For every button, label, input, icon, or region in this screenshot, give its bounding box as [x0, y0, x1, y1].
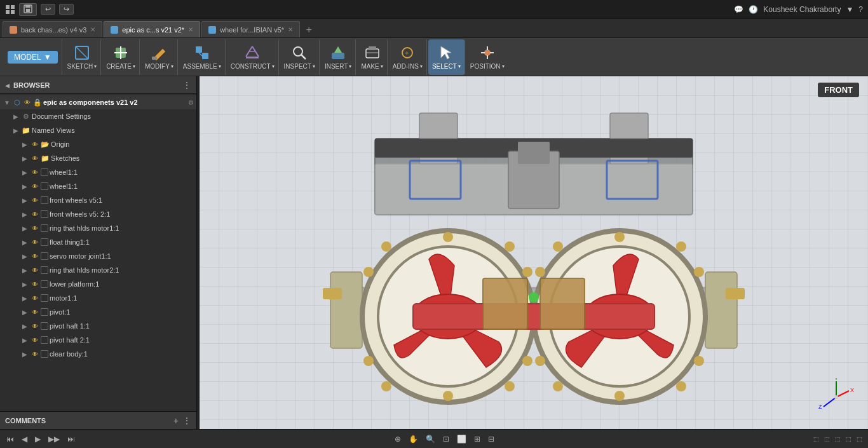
- tree-origin[interactable]: ▶ 👁 📂 Origin: [18, 137, 196, 151]
- tree-pivot[interactable]: ▶ 👁 pivot:1: [18, 305, 196, 319]
- view-button-4[interactable]: ⬚: [844, 435, 853, 443]
- toolbar-model[interactable]: MODEL ▼: [4, 39, 62, 75]
- tree-root[interactable]: ▼ ⬡ 👁 🔒 epic as componenets v21 v2 ⚙: [0, 95, 196, 109]
- tab-back-chassis[interactable]: back chas...es) v4 v3 ✕: [3, 21, 102, 37]
- eye-icon[interactable]: 👁: [31, 295, 39, 302]
- body-box-icon: [41, 350, 48, 358]
- undo-button[interactable]: ↩: [41, 4, 55, 15]
- toolbar-insert[interactable]: INSERT▾: [321, 39, 356, 75]
- collapse-browser-button[interactable]: ◂: [5, 80, 10, 90]
- chat-icon[interactable]: 💬: [734, 5, 743, 14]
- visibility-icon[interactable]: 👁: [23, 99, 32, 106]
- comments-menu-button[interactable]: ⋮: [182, 416, 191, 426]
- tab-close[interactable]: ✕: [90, 26, 95, 33]
- eye-icon[interactable]: 👁: [31, 239, 39, 246]
- tree-float-thing[interactable]: ▶ 👁 float thing1:1: [18, 235, 196, 249]
- tree-clear-body[interactable]: ▶ 👁 clear body:1: [18, 347, 196, 361]
- svg-point-71: [694, 356, 704, 366]
- add-tab-button[interactable]: +: [301, 22, 316, 37]
- help-icon[interactable]: ?: [858, 5, 863, 14]
- tab-close[interactable]: ✕: [288, 26, 293, 33]
- eye-icon[interactable]: 👁: [31, 309, 39, 316]
- eye-icon[interactable]: 👁: [31, 225, 39, 232]
- model-button[interactable]: MODEL ▼: [8, 51, 58, 64]
- redo-button[interactable]: ↪: [59, 4, 74, 15]
- eye-icon[interactable]: 👁: [31, 253, 39, 260]
- timeline-start-button[interactable]: ⏮: [4, 433, 17, 445]
- tab-epic[interactable]: epic as c...s v21 v2* ✕: [104, 21, 200, 37]
- toolbar-sketch[interactable]: SKETCH▾: [64, 39, 102, 75]
- toolbar-modify[interactable]: MODIFY▾: [141, 39, 178, 75]
- timeline-play-button[interactable]: ▶: [32, 433, 43, 445]
- construct-icon: [242, 44, 262, 62]
- eye-icon[interactable]: 👁: [31, 337, 39, 344]
- toolbar-position[interactable]: POSITION▾: [466, 39, 508, 75]
- timeline-next-button[interactable]: ▶▶: [46, 433, 62, 445]
- grid-button[interactable]: ⊞: [471, 433, 483, 445]
- tab-close[interactable]: ✕: [188, 26, 193, 33]
- assemble-icon: [192, 44, 212, 62]
- svg-point-28: [484, 50, 491, 56]
- eye-icon[interactable]: 👁: [31, 351, 39, 358]
- tree-front-wheels-1[interactable]: ▶ 👁 front wheels v5:1: [18, 193, 196, 207]
- tree-wheel1-1[interactable]: ▶ 👁 wheel1:1: [18, 165, 196, 179]
- tree-pivot-haft2[interactable]: ▶ 👁 pivot haft 2:1: [18, 333, 196, 347]
- tree-servo-motor[interactable]: ▶ 👁 servo motor joint1:1: [18, 249, 196, 263]
- eye-icon[interactable]: 👁: [31, 281, 39, 288]
- add-comment-button[interactable]: +: [173, 416, 179, 426]
- eye-icon[interactable]: 👁: [31, 183, 39, 190]
- timeline-end-button[interactable]: ⏭: [65, 433, 78, 445]
- addins-icon: +: [397, 44, 417, 62]
- eye-icon[interactable]: 👁: [31, 141, 39, 148]
- svg-rect-0: [6, 5, 10, 9]
- viewport[interactable]: FRONT: [200, 76, 868, 429]
- view-button-2[interactable]: ⬚: [822, 435, 832, 443]
- tree-motor1[interactable]: ▶ 👁 motor1:1: [18, 291, 196, 305]
- view-button-3[interactable]: ⬚: [833, 435, 843, 443]
- timeline-prev-button[interactable]: ◀: [19, 433, 30, 445]
- tree-arrow: ▶: [11, 113, 20, 120]
- tree-item-label: Sketches: [51, 154, 194, 162]
- toolbar-inspect[interactable]: INSPECT▾: [280, 39, 320, 75]
- toolbar: MODEL ▼ SKETCH▾ CREATE▾ MODIFY▾: [0, 38, 868, 76]
- toolbar-addins[interactable]: + ADD-INS▾: [389, 39, 427, 75]
- tree-named-views[interactable]: ▶ 📁 Named Views: [9, 123, 196, 137]
- eye-icon[interactable]: 👁: [31, 323, 39, 330]
- root-settings-icon[interactable]: ⚙: [188, 99, 194, 106]
- view-button-5[interactable]: ⬚: [855, 435, 864, 443]
- toolbar-make[interactable]: MAKE▾: [357, 39, 387, 75]
- insert-icon: [328, 44, 348, 62]
- tab-wheel[interactable]: wheel for...IBIAN v5* ✕: [201, 21, 300, 37]
- eye-icon[interactable]: 👁: [31, 155, 39, 162]
- tree-document-settings[interactable]: ▶ ⚙ Document Settings: [9, 109, 196, 123]
- toolbar-select[interactable]: SELECT▾: [428, 39, 465, 75]
- view-button-1[interactable]: ⬚: [811, 435, 821, 443]
- zoom-button[interactable]: 🔍: [423, 433, 438, 445]
- tree-pivot-haft1[interactable]: ▶ 👁 pivot haft 1:1: [18, 319, 196, 333]
- display-settings-button[interactable]: ⊟: [485, 433, 497, 445]
- toolbar-create[interactable]: CREATE▾: [102, 39, 140, 75]
- tree-ring-motor1[interactable]: ▶ 👁 ring that hlds motor1:1: [18, 221, 196, 235]
- view-cube-button[interactable]: ⬜: [454, 433, 469, 445]
- component-icon: ⬡: [13, 98, 22, 107]
- eye-icon[interactable]: 👁: [31, 267, 39, 274]
- history-icon[interactable]: 🕐: [749, 5, 758, 14]
- tree-lower-platform[interactable]: ▶ 👁 lower platform:1: [18, 277, 196, 291]
- eye-icon[interactable]: 👁: [31, 211, 39, 218]
- position-label: POSITION▾: [470, 63, 505, 70]
- tree-wheel1-2[interactable]: ▶ 👁 wheel1:1: [18, 179, 196, 193]
- tree-sketches[interactable]: ▶ 👁 📁 Sketches: [18, 151, 196, 165]
- tree-front-wheels-2[interactable]: ▶ 👁 front wheels v5: 2:1: [18, 207, 196, 221]
- tree-ring-motor2[interactable]: ▶ 👁 ring that hlds motor2:1: [18, 263, 196, 277]
- user-dropdown[interactable]: ▼: [846, 5, 853, 14]
- fit-button[interactable]: ⊡: [440, 433, 452, 445]
- orbit-button[interactable]: ⊕: [392, 433, 403, 445]
- save-button[interactable]: [19, 3, 37, 16]
- browser-menu-button[interactable]: ⋮: [182, 80, 191, 90]
- eye-icon[interactable]: 👁: [31, 197, 39, 204]
- toolbar-construct[interactable]: CONSTRUCT▾: [227, 39, 279, 75]
- eye-icon[interactable]: 👁: [31, 169, 39, 176]
- apps-grid-icon[interactable]: [5, 4, 15, 15]
- toolbar-assemble[interactable]: ASSEMBLE▾: [179, 39, 226, 75]
- pan-button[interactable]: ✋: [406, 433, 421, 445]
